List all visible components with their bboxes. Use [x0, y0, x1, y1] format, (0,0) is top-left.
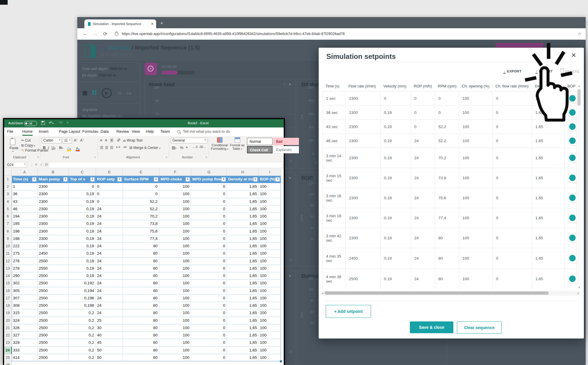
timer-button[interactable]: +	[145, 63, 157, 75]
copy-button[interactable]: ⧉ Copy ▾	[21, 143, 35, 147]
cell[interactable]: 1,65	[227, 287, 259, 295]
setpoint-cell[interactable]: 0.19	[381, 168, 411, 188]
setpoint-cell[interactable]: 0.19	[381, 228, 411, 248]
menu-help[interactable]: Help	[146, 129, 154, 134]
menu-insert[interactable]: Insert	[39, 129, 49, 134]
cell[interactable]: 80	[123, 265, 159, 272]
borders-button[interactable]: ⊞▾	[59, 145, 63, 150]
row-header-20[interactable]: 20	[4, 317, 12, 324]
font-dialog-launcher[interactable]: ↘	[94, 155, 96, 158]
setpoint-cell[interactable]: 24	[411, 228, 435, 248]
cell[interactable]: 0	[191, 183, 227, 190]
setpoint-cell[interactable]: 0	[493, 188, 532, 208]
header-cell[interactable]: Density at inl▾	[227, 176, 259, 183]
cell[interactable]: 2500	[38, 317, 69, 324]
setpoint-cell[interactable]: 1.65	[532, 248, 565, 268]
setpoint-cell[interactable]: 3 min 42 sec	[323, 228, 346, 248]
cell[interactable]: 1,65	[227, 332, 259, 339]
style-check-cell[interactable]: Check Cell	[247, 146, 273, 153]
cell[interactable]: 1,65	[227, 235, 259, 243]
export-button[interactable]: ↓EXPORT	[503, 69, 522, 74]
quick-access-menu-icon[interactable]: ▿	[67, 121, 69, 124]
row-header-25[interactable]: 25	[4, 354, 12, 361]
row-header-23[interactable]: 23	[4, 339, 12, 346]
cell[interactable]: 0	[96, 198, 123, 205]
setpoint-cell[interactable]: 100	[459, 248, 493, 268]
tab-close-icon[interactable]: ✕	[151, 22, 154, 26]
setpoint-cell[interactable]: 36 sec	[323, 106, 346, 120]
back-icon[interactable]: ←	[83, 31, 88, 37]
cell[interactable]: 1,65	[227, 354, 259, 361]
cell[interactable]: 100	[259, 220, 281, 228]
cell[interactable]: 0	[191, 280, 227, 287]
accounting-format-button[interactable]: ▤▾	[172, 145, 176, 150]
cell[interactable]: 2500	[38, 339, 69, 346]
increase-decimal-button[interactable]: ←.0	[192, 145, 198, 149]
panel-close-icon[interactable]: ✕	[288, 82, 292, 87]
setpoint-cell[interactable]: 0	[493, 120, 532, 134]
enter-icon[interactable]: ✓	[40, 162, 43, 167]
cell[interactable]: 0,19	[69, 272, 96, 280]
cell[interactable]: 100	[259, 324, 281, 332]
cell[interactable]: 0,196	[69, 295, 96, 302]
column-header-D[interactable]: D	[96, 169, 123, 176]
cell[interactable]: 100	[259, 339, 281, 346]
setpoint-cell[interactable]: 2300	[346, 106, 381, 120]
setpoint-cell[interactable]: 100	[459, 148, 493, 168]
save-icon[interactable]	[41, 121, 45, 125]
cell[interactable]: 24	[96, 265, 123, 272]
setpoint-cell[interactable]: 1.65	[532, 188, 565, 208]
cell[interactable]: 276	[12, 258, 38, 265]
cell[interactable]: 100	[159, 302, 191, 309]
cell[interactable]: 24	[96, 228, 123, 235]
cell[interactable]: 2500	[38, 295, 69, 302]
cell[interactable]: 100	[159, 198, 191, 205]
header-cell[interactable]: Time (s)▾	[12, 176, 38, 183]
cell[interactable]: 1,65	[227, 324, 259, 332]
format-as-table-button[interactable]: Format asTable ▾	[229, 137, 245, 151]
setpoint-cell[interactable]: 0.19	[381, 134, 411, 148]
cell[interactable]: 45	[96, 339, 123, 346]
cell[interactable]: 100	[259, 354, 281, 361]
setpoint-cell[interactable]: 2500	[346, 269, 381, 289]
setpoint-cell[interactable]: 1.65	[532, 269, 565, 289]
cell[interactable]: 0	[191, 250, 227, 257]
row-header-16[interactable]: 16	[4, 287, 12, 295]
cell[interactable]: 75,6	[123, 228, 159, 235]
cell[interactable]: 100	[159, 354, 191, 361]
cell[interactable]: 100	[259, 183, 281, 190]
cell[interactable]: 2300	[38, 183, 69, 190]
setpoint-cell[interactable]: 100	[459, 120, 493, 134]
cell[interactable]: 0,19	[69, 243, 96, 250]
cell[interactable]: 278	[12, 265, 38, 272]
cell[interactable]: 24	[96, 287, 123, 295]
setpoint-cell[interactable]: 0	[493, 248, 532, 268]
setpoint-cell[interactable]: 24	[411, 168, 435, 188]
cancel-icon[interactable]: ✕	[35, 162, 38, 167]
menu-formulas[interactable]: Formulas	[82, 129, 98, 134]
align-bottom-button[interactable]: ≡	[110, 138, 113, 142]
cell[interactable]: 2300	[38, 213, 69, 220]
header-cell[interactable]: BOP (%)▾	[259, 176, 281, 183]
setpoint-cell[interactable]: 2300	[346, 168, 381, 188]
cell[interactable]: 0,192	[69, 280, 96, 287]
cell[interactable]: 100	[259, 235, 281, 243]
cell[interactable]: 46	[12, 205, 38, 213]
setpoint-cell[interactable]: 4 min 36 sec	[323, 269, 346, 289]
cell[interactable]: 0	[191, 339, 227, 346]
cell[interactable]: 100	[159, 265, 191, 272]
row-header-2[interactable]: 2	[4, 183, 12, 190]
cell[interactable]: 80	[123, 272, 159, 280]
cell[interactable]: 100	[259, 228, 281, 235]
setpoint-cell[interactable]: 0.19	[381, 248, 411, 268]
cell[interactable]: 36	[12, 190, 38, 198]
row-header-4[interactable]: 4	[4, 198, 12, 205]
cell[interactable]: 0	[191, 317, 227, 324]
cell[interactable]: 0	[191, 235, 227, 243]
setpoint-cell[interactable]: 1.65	[532, 134, 565, 148]
cell[interactable]: 2500	[38, 332, 69, 339]
cell[interactable]: 0,2	[69, 332, 96, 339]
setpoint-cell[interactable]: 2300	[346, 148, 381, 168]
setpoint-cell[interactable]: 1.65	[532, 208, 565, 228]
cell[interactable]: 100	[159, 228, 191, 235]
